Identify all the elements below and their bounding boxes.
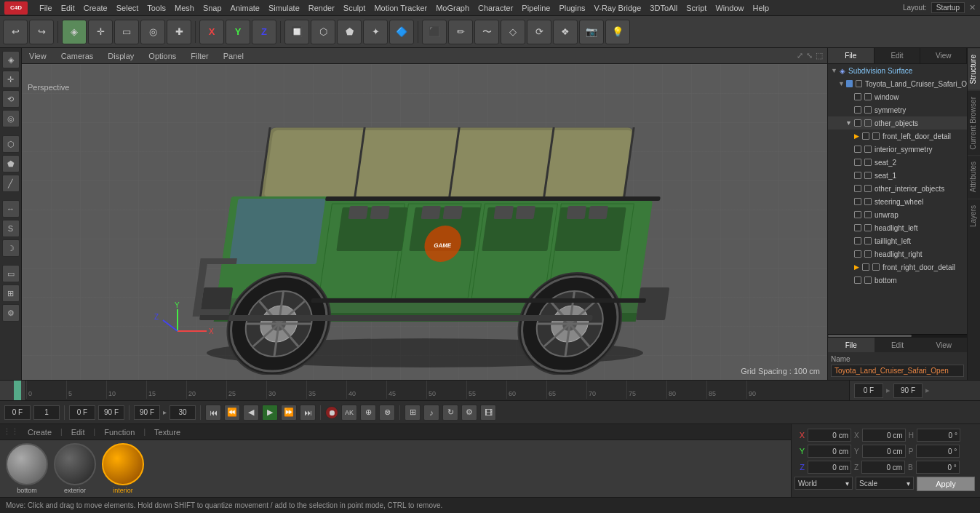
menu-plugins[interactable]: Plugins <box>559 4 585 12</box>
tree-item-seat1[interactable]: seat_1 <box>828 169 967 182</box>
menu-3dtoall[interactable]: 3DToAll <box>650 4 677 12</box>
x-pos2-field[interactable]: 0 cm <box>862 429 906 442</box>
left-tool-7[interactable]: ╱ <box>2 175 20 192</box>
menu-create[interactable]: Create <box>84 4 108 12</box>
left-tool-4[interactable]: ◎ <box>2 110 20 127</box>
autokey-button[interactable]: AK <box>341 405 357 421</box>
viewport[interactable]: View Cameras Display Options Filter Pane… <box>22 48 827 380</box>
rp-tab-file[interactable]: File <box>828 48 875 63</box>
tree-item-other-objects[interactable]: ▼ other_objects <box>828 116 967 130</box>
tree-item-front-right-door[interactable]: ▶ front_right_door_detail <box>828 261 967 274</box>
end-field[interactable]: 90 F <box>98 405 124 420</box>
tree-item-taillight-left[interactable]: taillight_left <box>828 234 967 247</box>
left-tool-2[interactable]: ✛ <box>2 71 20 88</box>
left-tool-5[interactable]: ⬡ <box>2 135 20 153</box>
deformer-button[interactable]: ⟳ <box>527 20 551 44</box>
left-tool-8[interactable]: ↔ <box>2 200 20 218</box>
swatch-exterior[interactable] <box>54 443 96 485</box>
swatch-bottom[interactable] <box>6 443 48 485</box>
end-frame-display[interactable]: 90 F <box>893 383 923 398</box>
left-tool-6[interactable]: ⬟ <box>2 155 20 172</box>
go-start-button[interactable]: ⏮ <box>205 405 221 421</box>
menu-snap[interactable]: Snap <box>203 4 222 12</box>
menu-render[interactable]: Render <box>308 4 335 12</box>
go-end-button[interactable]: ⏭ <box>300 405 316 421</box>
step-fwd-button[interactable]: ⏩ <box>281 405 297 421</box>
cloner-button[interactable]: ❖ <box>553 20 578 44</box>
y-pos2-field[interactable]: 0 cm <box>862 445 906 458</box>
settings-button[interactable]: ⚙ <box>461 405 477 421</box>
menu-vray[interactable]: V-Ray Bridge <box>594 4 642 12</box>
poly-mode-button[interactable]: ⬡ <box>311 20 335 44</box>
tree-item-headlight-right[interactable]: headlight_right <box>828 247 967 261</box>
frame-field[interactable]: 0 F <box>4 405 31 420</box>
menu-edit[interactable]: Edit <box>61 4 75 12</box>
tree-item-seat2[interactable]: seat_2 <box>828 156 967 169</box>
undo-button[interactable]: ↩ <box>3 20 28 44</box>
viewport-maximize-icon[interactable]: ⤢ <box>797 51 803 60</box>
mat-tab-edit[interactable]: Edit <box>68 426 88 438</box>
viewport-canvas[interactable]: Perspective <box>22 64 827 380</box>
vp-tab-filter[interactable]: Filter <box>188 50 211 62</box>
z-pos-field[interactable]: 0 cm <box>808 461 851 474</box>
h-field[interactable]: 0 ° <box>917 429 960 442</box>
attr-view-tab[interactable]: View <box>920 338 967 352</box>
tree-item-unwrap[interactable]: unwrap <box>828 208 967 221</box>
vp-tab-cameras[interactable]: Cameras <box>58 50 97 62</box>
menu-sculpt[interactable]: Sculpt <box>343 4 366 12</box>
obj-mode-button[interactable]: 🔲 <box>284 20 309 44</box>
mat-tab-function[interactable]: Function <box>101 426 138 438</box>
vp-tab-panel[interactable]: Panel <box>220 50 247 62</box>
y-pos-field[interactable]: 0 cm <box>808 445 851 458</box>
sync-button[interactable]: ⊞ <box>405 405 421 421</box>
current-frame-display[interactable]: 0 F <box>854 383 883 398</box>
menu-window[interactable]: Window <box>715 4 744 12</box>
attr-edit-tab[interactable]: Edit <box>875 338 921 352</box>
left-tool-1[interactable]: ◈ <box>2 51 20 68</box>
sound-button[interactable]: ♪ <box>423 405 439 421</box>
pen-button[interactable]: ✏ <box>448 20 473 44</box>
viewport-fullscreen-icon[interactable]: ⬚ <box>816 51 823 60</box>
menu-file[interactable]: File <box>39 4 52 12</box>
apply-button[interactable]: Apply <box>917 477 975 491</box>
frame-step-field[interactable]: 1 <box>33 405 60 420</box>
nurbs-button[interactable]: ◇ <box>501 20 525 44</box>
tree-item-bottom[interactable]: bottom <box>828 274 967 287</box>
tree-item-window[interactable]: window <box>828 90 967 103</box>
play-button[interactable]: ▶ <box>262 405 278 421</box>
menu-character[interactable]: Character <box>478 4 513 12</box>
z-axis-button[interactable]: Z <box>252 20 276 44</box>
viewport-close-icon[interactable]: ⤡ <box>806 51 813 60</box>
name-value[interactable]: Toyota_Land_Cruiser_Safari_Open <box>831 365 964 377</box>
record-button[interactable]: ⏺ <box>325 406 338 419</box>
structure-tab[interactable]: Structure <box>968 48 980 90</box>
camera-button[interactable]: 📷 <box>579 20 604 44</box>
world-dropdown[interactable]: World ▾ <box>794 477 853 490</box>
menu-script[interactable]: Script <box>686 4 706 12</box>
vp-tab-view[interactable]: View <box>26 50 49 62</box>
left-tool-10[interactable]: ☽ <box>2 239 20 257</box>
preview-button[interactable]: 🎞 <box>480 405 496 421</box>
close-icon[interactable]: ✕ <box>969 3 976 12</box>
mat-tab-create[interactable]: Create <box>25 426 55 438</box>
menu-help[interactable]: Help <box>753 4 770 12</box>
scale-tool-button[interactable]: ▭ <box>114 20 139 44</box>
select-tool-button[interactable]: ◈ <box>62 20 87 44</box>
redo-button[interactable]: ↪ <box>29 20 54 44</box>
tree-item-front-left-door[interactable]: ▶ front_left_door_detail <box>828 130 967 143</box>
rp-tab-view[interactable]: View <box>920 48 967 63</box>
timeline-track[interactable]: 0 5 10 15 20 25 30 35 40 45 50 55 60 65 … <box>26 381 849 400</box>
rp-tab-edit[interactable]: Edit <box>875 48 921 63</box>
tree-item-subdivision-surface[interactable]: ▼ ◈ Subdivision Surface <box>828 64 967 77</box>
menu-mesh[interactable]: Mesh <box>175 4 194 12</box>
left-tool-13[interactable]: ⚙ <box>2 304 20 322</box>
fps-num-field[interactable]: 30 <box>170 405 196 420</box>
vp-tab-display[interactable]: Display <box>105 50 137 62</box>
menu-tools[interactable]: Tools <box>147 4 166 12</box>
mat-tab-texture[interactable]: Texture <box>151 426 183 438</box>
spline-button[interactable]: 〜 <box>474 20 499 44</box>
edge-mode-button[interactable]: ⬟ <box>337 20 362 44</box>
menu-pipeline[interactable]: Pipeline <box>522 4 550 12</box>
uv-mode-button[interactable]: 🔷 <box>389 20 414 44</box>
loop-button[interactable]: ↻ <box>442 405 458 421</box>
